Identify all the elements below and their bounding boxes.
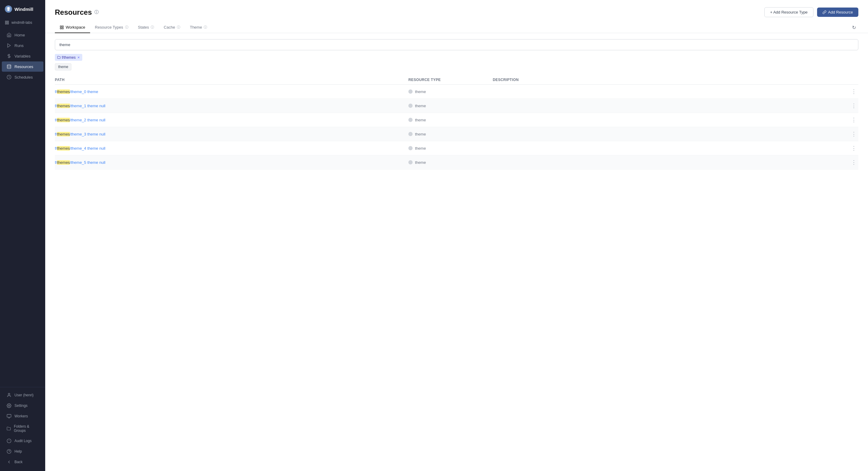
suggestion-row: theme <box>55 63 858 70</box>
path-highlight-4: themes <box>57 146 70 150</box>
resource-type-label-3: theme <box>415 132 426 136</box>
more-button-5[interactable]: ⋮ <box>849 159 858 166</box>
workspace-icon <box>5 21 9 25</box>
suggestion-chip-theme[interactable]: theme <box>55 63 71 70</box>
sidebar-item-variables[interactable]: Variables <box>2 51 43 61</box>
svg-rect-21 <box>60 28 61 29</box>
sidebar: Windmill windmill-labs Home Runs Variabl… <box>0 0 45 471</box>
resource-type-label-2: theme <box>415 118 426 122</box>
tab-states[interactable]: States ⓘ <box>133 22 159 33</box>
svg-rect-3 <box>5 23 7 24</box>
table-row: f/themes/theme_1 theme null theme ⋮ <box>55 99 858 113</box>
states-info-icon: ⓘ <box>151 25 154 30</box>
svg-marker-4 <box>7 44 10 47</box>
more-button-1[interactable]: ⋮ <box>849 102 858 109</box>
tab-theme[interactable]: Theme ⓘ <box>185 22 212 33</box>
sidebar-item-label: Variables <box>14 54 30 59</box>
resource-path-4[interactable]: f/themes/theme_4 theme null <box>55 146 408 150</box>
resource-type-dot-3 <box>408 132 412 136</box>
path-highlight-0: themes <box>57 90 70 94</box>
back-icon <box>7 460 11 464</box>
sidebar-item-home[interactable]: Home <box>2 30 43 40</box>
path-highlight-1: themes <box>57 104 70 108</box>
table-row: f/themes/theme_3 theme null theme ⋮ <box>55 127 858 141</box>
gear-icon <box>7 403 11 408</box>
sidebar-item-label: Resources <box>14 64 33 69</box>
filter-tag-label: f/themes <box>62 56 76 60</box>
tab-cache[interactable]: Cache ⓘ <box>159 22 185 33</box>
resource-path-0[interactable]: f/themes/theme_0 theme <box>55 90 408 94</box>
row-actions-4: ⋮ <box>846 145 858 152</box>
add-resource-type-button[interactable]: + Add Resource Type <box>764 7 813 17</box>
resource-type-cell-5: theme <box>408 160 493 165</box>
sidebar-item-resources[interactable]: Resources <box>2 61 43 72</box>
more-button-0[interactable]: ⋮ <box>849 88 858 95</box>
resource-type-cell-1: theme <box>408 104 493 108</box>
path-suffix-4: /theme_4 theme null <box>70 146 105 150</box>
path-highlight-2: themes <box>57 118 70 122</box>
filter-tag-themes[interactable]: f/themes × <box>55 54 82 61</box>
filter-row: f/themes × <box>55 54 858 61</box>
resource-type-dot-4 <box>408 146 412 150</box>
sidebar-item-help[interactable]: Help <box>2 446 43 457</box>
resources-icon <box>7 64 11 69</box>
resource-type-label-0: theme <box>415 90 426 94</box>
resource-path-5[interactable]: f/themes/theme_5 theme null <box>55 160 408 165</box>
page-header: Resources ⓘ + Add Resource Type Add Reso… <box>45 0 868 17</box>
row-actions-3: ⋮ <box>846 131 858 137</box>
table-row: f/themes/theme_4 theme null theme ⋮ <box>55 141 858 156</box>
row-actions-1: ⋮ <box>846 102 858 109</box>
more-button-2[interactable]: ⋮ <box>849 116 858 123</box>
home-icon <box>7 33 11 37</box>
sidebar-item-settings[interactable]: Settings <box>2 401 43 411</box>
column-path: Path <box>55 78 408 82</box>
sidebar-item-label: Help <box>14 449 22 453</box>
title-info-icon[interactable]: ⓘ <box>94 10 98 15</box>
resource-path-1[interactable]: f/themes/theme_1 theme null <box>55 104 408 108</box>
add-resource-label: Add Resource <box>828 10 853 14</box>
workspace-selector[interactable]: windmill-labs <box>0 18 45 27</box>
suggestion-label: theme <box>58 65 68 69</box>
app-logo[interactable]: Windmill <box>0 0 45 18</box>
resources-table: Path Resource Type Description f/themes/… <box>55 75 858 170</box>
sidebar-item-runs[interactable]: Runs <box>2 40 43 51</box>
page-title: Resources ⓘ <box>55 8 98 16</box>
search-input[interactable] <box>55 39 858 50</box>
add-resource-button[interactable]: Add Resource <box>817 7 858 17</box>
path-suffix-1: /theme_1 theme null <box>70 104 105 108</box>
more-button-4[interactable]: ⋮ <box>849 145 858 152</box>
resource-type-dot-2 <box>408 118 412 122</box>
sidebar-item-label: Settings <box>14 404 27 408</box>
tab-workspace[interactable]: Workspace <box>55 22 90 33</box>
sidebar-item-audit[interactable]: Audit Logs <box>2 436 43 446</box>
svg-point-8 <box>8 393 10 395</box>
audit-icon <box>7 438 11 443</box>
resource-type-label-4: theme <box>415 146 426 150</box>
sidebar-item-label: Folders & Groups <box>14 424 38 433</box>
tab-resource-types[interactable]: Resource Types ⓘ <box>90 22 133 33</box>
resource-path-2[interactable]: f/themes/theme_2 theme null <box>55 118 408 122</box>
sidebar-item-workers[interactable]: Workers <box>2 411 43 421</box>
tab-theme-label: Theme <box>190 25 202 30</box>
sidebar-item-folders[interactable]: Folders & Groups <box>2 422 43 435</box>
table-row: f/themes/theme_5 theme null theme ⋮ <box>55 156 858 170</box>
svg-point-6 <box>7 64 11 66</box>
sidebar-item-label: Runs <box>14 43 24 48</box>
sidebar-bottom: User (henri) Settings Workers Folders & … <box>0 387 45 471</box>
resource-path-3[interactable]: f/themes/theme_3 theme null <box>55 132 408 136</box>
refresh-button[interactable]: ↻ <box>849 24 858 32</box>
sidebar-item-schedules[interactable]: Schedules <box>2 72 43 82</box>
column-actions <box>846 78 858 82</box>
resource-type-cell-2: theme <box>408 118 493 122</box>
path-highlight-3: themes <box>57 132 70 136</box>
workspace-label: windmill-labs <box>11 21 32 25</box>
sidebar-item-back[interactable]: Back <box>2 457 43 467</box>
path-suffix-5: /theme_5 theme null <box>70 160 105 165</box>
row-actions-2: ⋮ <box>846 116 858 123</box>
tab-cache-label: Cache <box>164 25 175 30</box>
sidebar-item-user[interactable]: User (henri) <box>2 390 43 400</box>
link-icon <box>823 10 827 14</box>
filter-tag-remove[interactable]: × <box>78 55 80 60</box>
main-content: Resources ⓘ + Add Resource Type Add Reso… <box>45 0 868 471</box>
more-button-3[interactable]: ⋮ <box>849 131 858 137</box>
